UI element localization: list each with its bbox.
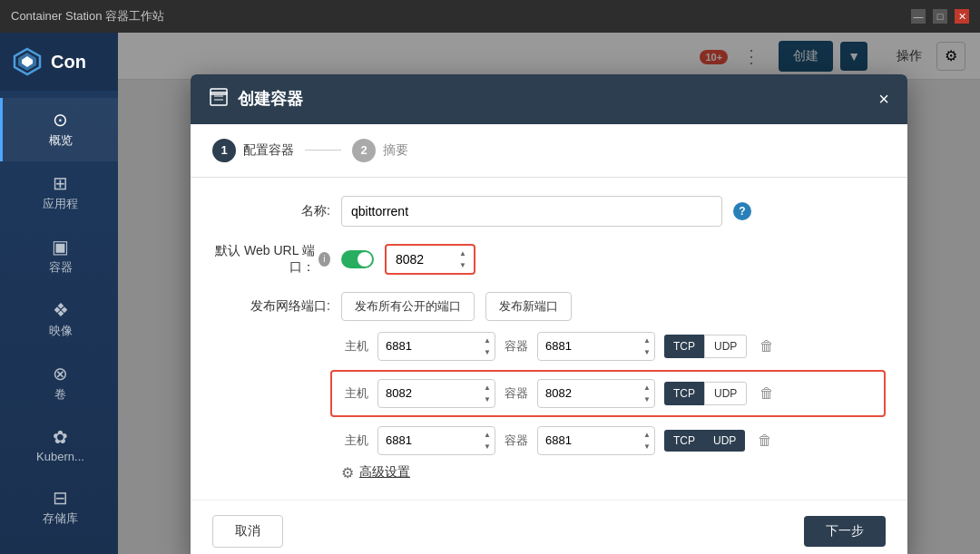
sidebar-item-volumes[interactable]: ⊗ 卷 [0, 352, 118, 415]
step-1-label: 配置容器 [243, 142, 294, 159]
sidebar-item-volumes-label: 卷 [54, 386, 66, 403]
port-row-2-highlighted: 主机 ▲ ▼ 容器 [330, 370, 886, 417]
sidebar-item-kubernetes-label: Kubern... [36, 450, 84, 463]
containers-icon: ▣ [52, 238, 69, 256]
sidebar-item-containers[interactable]: ▣ 容器 [0, 225, 118, 288]
delete-port-3[interactable]: 🗑 [754, 431, 776, 451]
tcp-button-2[interactable]: TCP [664, 382, 704, 405]
close-app-button[interactable]: ✕ [955, 9, 969, 24]
sidebar-item-containers-label: 容器 [49, 259, 73, 276]
protocol-buttons-3: TCP UDP [664, 430, 745, 452]
host-spinners-1: ▲ ▼ [484, 335, 491, 358]
udp-button-2[interactable]: UDP [704, 382, 747, 405]
sidebar-item-images-label: 映像 [49, 323, 73, 339]
cancel-button[interactable]: 取消 [212, 515, 283, 548]
logo-text: Con [51, 52, 86, 73]
tcp-button-1[interactable]: TCP [664, 335, 704, 358]
steps-bar: 1 配置容器 2 摘要 [191, 124, 907, 178]
title-bar-text: Container Station 容器工作站 [11, 8, 164, 24]
web-url-label-text: 默认 Web URL 端口： [212, 243, 315, 276]
host-port-up-2[interactable]: ▲ [484, 382, 491, 394]
container-port-input-3[interactable] [545, 433, 622, 447]
web-url-label: 默认 Web URL 端口： i [212, 243, 330, 276]
net-port-label: 发布网络端口: [212, 298, 330, 315]
dialog-footer: 取消 下一步 [191, 500, 907, 555]
host-port-input-2[interactable] [386, 386, 463, 400]
host-port-input-3[interactable] [386, 433, 463, 447]
container-port-field-3: ▲ ▼ [537, 426, 655, 455]
web-url-toggle[interactable] [341, 250, 374, 268]
main-content: 10+ ⋮ 创建 ▼ 操作 ⚙ [118, 33, 980, 554]
app-window: Container Station 容器工作站 — □ ✕ Con ⊙ [0, 0, 980, 554]
udp-button-1[interactable]: UDP [704, 335, 747, 358]
host-port-up-1[interactable]: ▲ [484, 335, 491, 346]
title-bar: Container Station 容器工作站 — □ ✕ [0, 0, 980, 33]
dialog-header: 创建容器 × [191, 74, 907, 124]
host-spinners-2: ▲ ▼ [484, 382, 491, 405]
container-label-3: 容器 [505, 433, 528, 449]
web-url-port-wrapper: ▲ ▼ [385, 244, 475, 275]
name-input[interactable] [341, 196, 722, 227]
next-button[interactable]: 下一步 [804, 516, 886, 547]
container-port-down-1[interactable]: ▼ [643, 346, 651, 358]
container-port-up-1[interactable]: ▲ [643, 335, 651, 346]
host-port-input-1[interactable] [386, 339, 463, 353]
udp-button-3-active[interactable]: UDP [704, 430, 745, 452]
app-body: Con ⊙ 概览 ⊞ 应用程 ▣ 容器 ❖ 映像 [0, 33, 980, 554]
delete-port-1[interactable]: 🗑 [756, 336, 778, 356]
app-logo-icon [11, 45, 44, 78]
web-url-port-spinners: ▲ ▼ [456, 248, 470, 272]
host-port-down-1[interactable]: ▼ [484, 346, 491, 358]
step-divider [305, 150, 341, 151]
advanced-settings-row[interactable]: ⚙ 高级设置 [212, 464, 886, 481]
publish-new-button[interactable]: 发布新端口 [485, 292, 572, 321]
step-2: 2 摘要 [352, 139, 408, 162]
maximize-button[interactable]: □ [933, 9, 947, 24]
info-icon[interactable]: i [318, 252, 330, 267]
protocol-buttons-1: TCP UDP [664, 335, 747, 358]
container-port-input-2[interactable] [545, 386, 622, 400]
sidebar-item-storage-label: 存储库 [43, 510, 78, 527]
host-port-up-3[interactable]: ▲ [484, 429, 491, 441]
images-icon: ❖ [53, 301, 69, 319]
container-port-input-1[interactable] [545, 339, 622, 353]
minimize-button[interactable]: — [911, 9, 926, 24]
sidebar-item-images[interactable]: ❖ 映像 [0, 288, 118, 352]
tcp-button-3[interactable]: TCP [664, 430, 704, 452]
sidebar-item-storage[interactable]: ⊟ 存储库 [0, 476, 118, 539]
sidebar: Con ⊙ 概览 ⊞ 应用程 ▣ 容器 ❖ 映像 [0, 33, 118, 554]
host-port-down-3[interactable]: ▼ [484, 441, 491, 452]
container-port-down-2[interactable]: ▼ [643, 394, 651, 405]
web-url-port-input[interactable] [396, 252, 446, 267]
step-2-circle: 2 [352, 139, 376, 162]
web-url-row: 默认 Web URL 端口： i ▲ [212, 243, 886, 276]
container-port-field-1: ▲ ▼ [537, 332, 655, 361]
dialog-title-row: 创建容器 [209, 87, 303, 112]
sidebar-item-overview[interactable]: ⊙ 概览 [0, 98, 118, 161]
dialog-close-button[interactable]: × [878, 90, 889, 108]
container-port-down-3[interactable]: ▼ [643, 441, 651, 452]
sidebar-nav: ⊙ 概览 ⊞ 应用程 ▣ 容器 ❖ 映像 ⊗ 卷 [0, 91, 118, 554]
host-port-field-3: ▲ ▼ [377, 426, 495, 455]
delete-port-2[interactable]: 🗑 [756, 384, 778, 403]
dialog-body: 名称: ? 默认 Web URL 端口： i [191, 178, 907, 500]
port-row-3: 主机 ▲ ▼ 容器 [212, 426, 886, 455]
toggle-knob [358, 252, 372, 267]
web-url-port-up[interactable]: ▲ [456, 248, 470, 260]
dialog-title: 创建容器 [238, 88, 303, 110]
sidebar-item-kubernetes[interactable]: ✿ Kubern... [0, 415, 118, 476]
host-port-field-1: ▲ ▼ [377, 332, 495, 361]
web-url-port-down[interactable]: ▼ [456, 260, 470, 272]
dialog-overlay: 创建容器 × 1 配置容器 2 摘要 [118, 33, 980, 554]
advanced-label[interactable]: 高级设置 [359, 464, 410, 481]
step-1-circle: 1 [212, 139, 236, 162]
storage-icon: ⊟ [53, 489, 68, 507]
overview-icon: ⊙ [53, 111, 68, 129]
container-port-up-2[interactable]: ▲ [643, 382, 651, 394]
publish-all-button[interactable]: 发布所有公开的端口 [341, 292, 475, 321]
host-port-down-2[interactable]: ▼ [484, 394, 491, 405]
sidebar-item-apps[interactable]: ⊞ 应用程 [0, 161, 118, 225]
sidebar-logo: Con [0, 33, 118, 91]
sidebar-item-prefs[interactable]: ⚙ 偏好设... [0, 539, 118, 554]
container-port-up-3[interactable]: ▲ [643, 429, 651, 441]
